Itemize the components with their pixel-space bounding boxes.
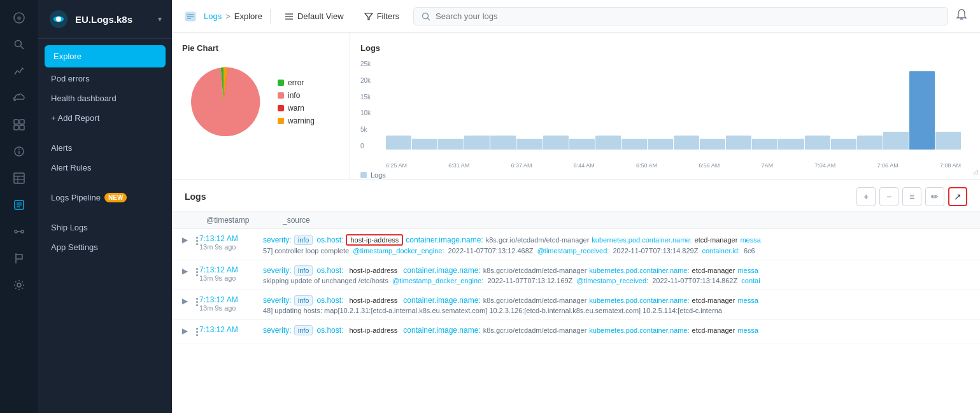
severity-tag: info bbox=[294, 235, 313, 245]
expand-button[interactable]: ↗ bbox=[948, 187, 967, 206]
app-logo[interactable]: EU.Logs.k8s bbox=[48, 9, 132, 29]
chart-bar bbox=[909, 71, 935, 150]
search-box[interactable] bbox=[413, 7, 948, 25]
flag-icon[interactable] bbox=[8, 247, 31, 270]
log-expand-toggle[interactable]: ▶ bbox=[182, 295, 195, 305]
filter-logs-button[interactable]: ≡ bbox=[902, 187, 921, 206]
chart-bar bbox=[935, 132, 961, 150]
sidebar-item-alert-rules[interactable]: Alert Rules bbox=[38, 158, 172, 178]
pipeline-icon[interactable] bbox=[8, 220, 31, 243]
sidebar-item-alerts[interactable]: Alerts bbox=[38, 138, 172, 158]
chevron-down-icon[interactable]: ▾ bbox=[158, 15, 162, 24]
legend-info-dot bbox=[278, 92, 284, 99]
logs-toolbar: + − ≡ ✏ ↗ bbox=[856, 187, 967, 206]
chart-bar bbox=[883, 132, 909, 150]
remove-column-button[interactable]: − bbox=[879, 187, 898, 206]
log-expand-toggle[interactable]: ▶ bbox=[182, 265, 195, 276]
svg-rect-4 bbox=[20, 120, 24, 124]
log-details: skipping update of unchanged /etc/hosts … bbox=[263, 277, 970, 284]
legend-warning-dot bbox=[278, 118, 284, 124]
sidebar-nav: Explore Pod errors Health dashboard + Ad… bbox=[38, 39, 172, 262]
chart-bar bbox=[543, 136, 569, 150]
add-column-button[interactable]: + bbox=[856, 187, 876, 206]
dashboard-icon[interactable] bbox=[8, 113, 31, 136]
chart-bar bbox=[386, 136, 411, 150]
logs-section: Logs + − ≡ ✏ ↗ bbox=[172, 179, 980, 413]
chart-bar bbox=[595, 136, 621, 150]
svg-marker-32 bbox=[365, 13, 373, 20]
severity-tag: info bbox=[294, 325, 313, 335]
legend-info: info bbox=[278, 91, 315, 100]
chart-bar bbox=[516, 139, 542, 150]
log-expand-toggle[interactable]: ▶ bbox=[182, 234, 195, 244]
resize-icon: ⊿ bbox=[972, 167, 979, 176]
app-title: EU.Logs.k8s bbox=[75, 14, 132, 25]
log-options-menu[interactable] bbox=[195, 265, 199, 279]
log-options-menu[interactable] bbox=[195, 325, 199, 339]
legend-warning: warning bbox=[278, 116, 315, 125]
sidebar-item-pod-errors[interactable]: Pod errors bbox=[38, 69, 172, 88]
log-details: 48] updating hosts: map[10.2.1.31:[etcd-… bbox=[263, 307, 970, 314]
sidebar-item-logs-pipeline[interactable]: Logs Pipeline NEW bbox=[38, 188, 172, 207]
metrics-icon[interactable] bbox=[8, 60, 31, 83]
log-options-menu[interactable] bbox=[195, 234, 199, 248]
search-input[interactable] bbox=[436, 11, 940, 21]
log-timestamp: 7:13:12 AM bbox=[199, 325, 263, 334]
severity-tag: info bbox=[294, 265, 313, 276]
cloud-icon[interactable] bbox=[8, 87, 31, 109]
log-details: 57] controller loop complete @timestamp_… bbox=[263, 247, 970, 255]
settings-icon[interactable] bbox=[8, 274, 31, 297]
legend-warn-dot bbox=[278, 105, 284, 111]
svg-rect-5 bbox=[14, 125, 18, 130]
svg-point-24 bbox=[56, 17, 61, 22]
info-nav-icon[interactable] bbox=[8, 140, 31, 163]
chart-resize-handle[interactable]: ⊿ bbox=[971, 33, 980, 179]
svg-point-22 bbox=[17, 283, 21, 287]
log-expand-toggle[interactable]: ▶ bbox=[182, 325, 195, 335]
sidebar-item-explore[interactable]: Explore bbox=[45, 45, 166, 67]
pie-chart-legend: error info warn warning bbox=[278, 78, 315, 125]
notification-icon[interactable] bbox=[956, 8, 967, 24]
severity-tag: info bbox=[294, 295, 313, 305]
host-tag-highlighted: host-ip-address bbox=[346, 234, 403, 246]
sidebar-item-add-report[interactable]: + Add Report bbox=[38, 108, 172, 128]
edit-button[interactable]: ✏ bbox=[925, 187, 944, 206]
breadcrumb-parent[interactable]: Logs bbox=[204, 11, 222, 21]
log-options-menu[interactable] bbox=[195, 295, 199, 309]
sidebar-item-health-dashboard[interactable]: Health dashboard bbox=[38, 88, 172, 108]
breadcrumb: Logs > Explore bbox=[204, 11, 262, 21]
default-view-button[interactable]: Default View bbox=[278, 8, 350, 25]
chart-bar bbox=[569, 139, 595, 150]
chart-bar bbox=[674, 136, 699, 150]
svg-rect-3 bbox=[14, 120, 18, 124]
logs-icon[interactable] bbox=[8, 193, 31, 216]
filters-button[interactable]: Filters bbox=[358, 8, 406, 25]
svg-rect-10 bbox=[14, 173, 24, 183]
new-badge: NEW bbox=[104, 193, 127, 202]
legend-error-dot bbox=[278, 80, 284, 86]
search-nav-icon[interactable] bbox=[8, 33, 31, 56]
topbar-divider bbox=[270, 9, 271, 24]
pie-chart-container: Pie Chart error bbox=[172, 33, 350, 179]
chart-bar bbox=[464, 136, 490, 150]
svg-rect-6 bbox=[20, 125, 24, 130]
sidebar-item-explore-label: Explore bbox=[53, 52, 82, 61]
chart-bar bbox=[648, 139, 673, 150]
chart-bar bbox=[726, 136, 751, 150]
chart-bar bbox=[490, 136, 516, 150]
filters-label: Filters bbox=[377, 11, 399, 21]
pie-chart-title: Pie Chart bbox=[182, 43, 339, 53]
chart-bars bbox=[386, 60, 961, 150]
svg-point-18 bbox=[15, 230, 17, 233]
chart-bar bbox=[412, 139, 437, 150]
list-view-icon bbox=[285, 13, 294, 20]
table-icon[interactable] bbox=[8, 167, 31, 190]
breadcrumb-separator: > bbox=[225, 11, 231, 21]
home-icon[interactable] bbox=[8, 6, 31, 29]
chart-legend: Logs bbox=[360, 171, 961, 179]
log-content: severity: info os.host: host-ip-address … bbox=[263, 295, 970, 314]
sidebar-item-app-settings[interactable]: App Settings bbox=[38, 237, 172, 257]
sidebar-item-ship-logs[interactable]: Ship Logs bbox=[38, 218, 172, 237]
log-timestamp: 7:13:12 AM 13m 9s ago bbox=[199, 295, 263, 312]
logs-section-title: Logs bbox=[185, 192, 206, 202]
